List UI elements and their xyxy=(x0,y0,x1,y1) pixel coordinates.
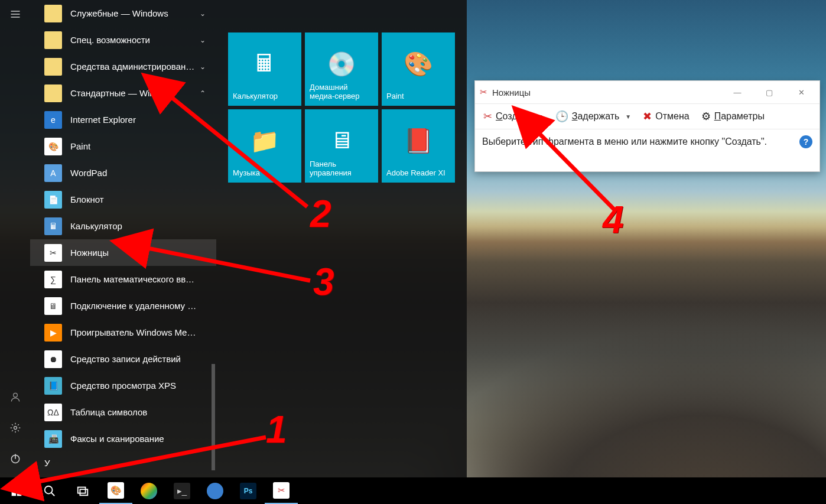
cancel-button[interactable]: ✖ Отмена xyxy=(638,108,694,125)
wmp-icon: ▶ xyxy=(44,324,62,342)
app-label: Internet Explorer xyxy=(70,115,216,125)
calc-icon: 🖩 xyxy=(44,217,62,235)
tile-label: Калькулятор xyxy=(233,92,297,101)
tile-label: Adobe Reader XI xyxy=(386,168,450,178)
folder-row-3[interactable]: Стандартные — Windows ⌃ xyxy=(30,80,216,106)
app-label: Факсы и сканирование xyxy=(70,434,216,444)
search-button[interactable] xyxy=(33,477,66,504)
rdp-icon: 🖥 xyxy=(44,297,62,315)
tile-0[interactable]: 🖩 Калькулятор xyxy=(228,32,301,106)
delay-label: Задержать xyxy=(572,111,620,122)
app-row-xps[interactable]: 📘 Средство просмотра XPS xyxy=(30,372,216,399)
power-icon[interactable] xyxy=(7,450,24,467)
folder-row-2[interactable]: Средства администрировани… ⌄ xyxy=(30,53,216,80)
chevron-down-icon[interactable]: ▼ xyxy=(535,113,544,120)
app-row-charmap[interactable]: ΩΔ Таблица символов xyxy=(30,399,216,425)
svg-rect-4 xyxy=(17,486,22,490)
paint-icon: 🎨 xyxy=(44,138,62,155)
taskbar-snipping[interactable]: ✂ xyxy=(265,477,298,504)
folder-label: Средства администрировани… xyxy=(70,61,216,71)
charmap-icon: ΩΔ xyxy=(44,404,62,421)
tile-label: Панель управления xyxy=(310,160,373,178)
tile-5[interactable]: 📕 Adobe Reader XI xyxy=(382,109,455,183)
user-icon[interactable] xyxy=(7,389,24,405)
chevron-down-icon[interactable]: ▼ xyxy=(623,113,631,120)
svg-point-1 xyxy=(14,427,17,430)
cancel-icon: ✖ xyxy=(643,110,652,123)
params-label: Параметры xyxy=(714,111,765,122)
folder-icon xyxy=(44,31,62,49)
folder-icon xyxy=(44,5,62,22)
params-button[interactable]: ⚙ Параметры xyxy=(697,108,769,125)
folder-row-1[interactable]: Спец. возможности ⌄ xyxy=(30,27,216,53)
taskbar-photoshop[interactable]: Ps xyxy=(232,477,265,504)
app-row-ie[interactable]: e Internet Explorer xyxy=(30,106,216,133)
help-icon[interactable]: ? xyxy=(799,135,812,148)
maximize-button[interactable]: ▢ xyxy=(756,83,783,101)
minimize-button[interactable]: — xyxy=(724,83,751,101)
taskbar-app-blue[interactable] xyxy=(199,477,232,504)
tile-2[interactable]: 🎨 Paint xyxy=(382,32,455,106)
svg-point-0 xyxy=(13,393,17,397)
app-row-paint[interactable]: 🎨 Paint xyxy=(30,133,216,160)
app-row-wmp[interactable]: ▶ Проигрыватель Windows Media xyxy=(30,319,216,346)
tile-label: Paint xyxy=(386,92,450,101)
app-row-notepad[interactable]: 📄 Блокнот xyxy=(30,186,216,213)
app-row-math[interactable]: ∑ Панель математического ввода xyxy=(30,266,216,292)
scissors-icon: ✂ xyxy=(483,110,492,123)
app-label: Блокнот xyxy=(70,194,216,204)
scrollbar-thumb[interactable] xyxy=(212,364,215,470)
app-row-rdp[interactable]: 🖥 Подключение к удаленному ра… xyxy=(30,292,216,319)
tile-icon: 🎨 xyxy=(382,50,455,78)
tile-1[interactable]: 💿 Домашний медиа-сервер xyxy=(305,32,378,106)
app-row-calc[interactable]: 🖩 Калькулятор xyxy=(30,213,216,239)
close-button[interactable]: ✕ xyxy=(788,83,815,101)
app-label: Проигрыватель Windows Media xyxy=(70,327,216,337)
start-button[interactable] xyxy=(0,477,33,504)
ie-icon: e xyxy=(44,111,62,129)
tile-icon: 📕 xyxy=(382,127,455,155)
taskbar-paint[interactable]: 🎨 xyxy=(99,477,132,504)
settings-icon[interactable] xyxy=(7,420,24,436)
snipping-tool-window: ✂ Ножницы — ▢ ✕ ✂ Создать ▼ 🕒 Задержать … xyxy=(474,80,820,172)
app-row-wordpad[interactable]: A WordPad xyxy=(30,160,216,186)
app-label: Таблица символов xyxy=(70,407,216,417)
start-menu: Служебные — Windows ⌄ Спец. возможности … xyxy=(0,0,467,477)
taskbar: 🎨 ▸_ Ps ✂ xyxy=(0,477,826,504)
folder-icon xyxy=(44,84,62,102)
xps-icon: 📘 xyxy=(44,377,62,395)
app-label: Paint xyxy=(70,141,216,151)
create-button[interactable]: ✂ Создать ▼ xyxy=(479,108,548,125)
chevron-down-icon: ⌄ xyxy=(200,36,206,44)
folder-label: Стандартные — Windows xyxy=(70,88,216,98)
psr-icon: ⏺ xyxy=(44,350,62,368)
svg-point-7 xyxy=(45,486,53,493)
app-row-fax[interactable]: 📠 Факсы и сканирование xyxy=(30,425,216,452)
hamburger-icon[interactable] xyxy=(7,6,24,22)
app-row-snip[interactable]: ✂ Ножницы xyxy=(30,239,216,266)
chevron-up-icon: ⌃ xyxy=(200,89,206,97)
svg-rect-9 xyxy=(80,489,87,495)
delay-button[interactable]: 🕒 Задержать ▼ xyxy=(551,108,636,125)
app-label: Средство просмотра XPS xyxy=(70,381,216,391)
tile-3[interactable]: 📁 Музыка xyxy=(228,109,301,183)
titlebar[interactable]: ✂ Ножницы — ▢ ✕ xyxy=(475,81,820,103)
tile-label: Домашний медиа-сервер xyxy=(310,83,373,101)
app-row-psr[interactable]: ⏺ Средство записи действий xyxy=(30,346,216,372)
gear-icon: ⚙ xyxy=(701,110,711,123)
cancel-label: Отмена xyxy=(655,111,689,122)
svg-rect-8 xyxy=(78,487,86,493)
taskbar-chrome[interactable] xyxy=(132,477,165,504)
notepad-icon: 📄 xyxy=(44,191,62,209)
svg-rect-3 xyxy=(12,486,17,490)
taskbar-terminal[interactable]: ▸_ xyxy=(165,477,199,504)
task-view-button[interactable] xyxy=(66,477,99,504)
chevron-down-icon: ⌄ xyxy=(200,63,206,71)
app-label: Калькулятор xyxy=(70,221,216,231)
letter-header[interactable]: У xyxy=(30,452,216,473)
app-label: Панель математического ввода xyxy=(70,274,216,284)
snip-icon: ✂ xyxy=(44,244,62,262)
start-tiles: 🖩 Калькулятор💿 Домашний медиа-сервер🎨 Pa… xyxy=(216,0,467,477)
folder-row-0[interactable]: Служебные — Windows ⌄ xyxy=(30,0,216,27)
tile-4[interactable]: 🖥 Панель управления xyxy=(305,109,378,183)
